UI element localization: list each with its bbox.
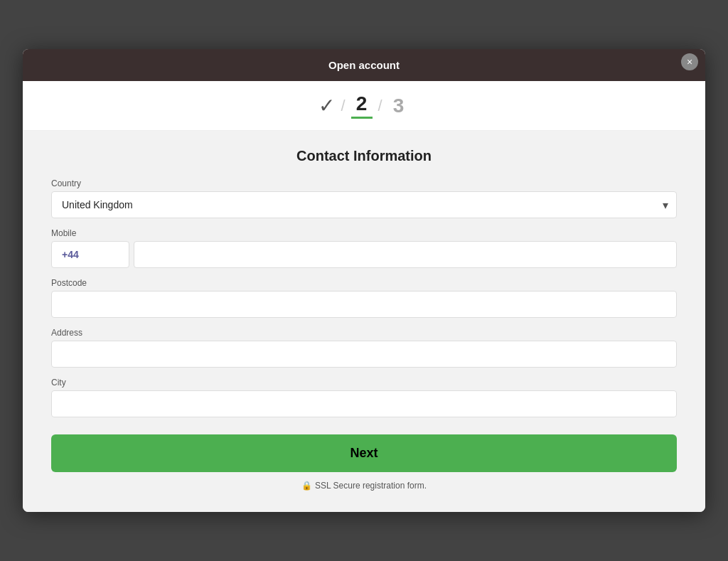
address-label: Address	[51, 328, 677, 338]
modal-title: Open account	[328, 59, 400, 71]
step-indicator: ✓ / 2 / 3	[23, 81, 705, 131]
address-input[interactable]	[51, 341, 677, 368]
postcode-group: Postcode	[51, 278, 677, 318]
postcode-input[interactable]	[51, 291, 677, 318]
step1-check: ✓	[318, 94, 335, 117]
city-group: City	[51, 378, 677, 417]
next-button[interactable]: Next	[51, 434, 677, 472]
mobile-number-input[interactable]	[134, 241, 677, 268]
mobile-code-input[interactable]	[51, 241, 129, 268]
open-account-modal: Open account × ✓ / 2 / 3 Contact Informa…	[23, 49, 705, 512]
address-group: Address	[51, 328, 677, 368]
form-title: Contact Information	[51, 148, 677, 164]
city-label: City	[51, 378, 677, 388]
ssl-text: SSL Secure registration form.	[315, 481, 427, 491]
postcode-label: Postcode	[51, 278, 677, 288]
country-select-wrapper: United Kingdom Ireland United States Aus…	[51, 191, 677, 218]
city-input[interactable]	[51, 390, 677, 417]
step-divider-2: /	[378, 97, 382, 115]
lock-icon: 🔒	[301, 481, 312, 491]
mobile-row	[51, 241, 677, 268]
form-body: Contact Information Country United Kingd…	[23, 131, 705, 512]
step2-number: 2	[351, 92, 373, 119]
step-divider-1: /	[341, 97, 345, 115]
modal-overlay: Open account × ✓ / 2 / 3 Contact Informa…	[0, 0, 728, 561]
mobile-group: Mobile	[51, 228, 677, 268]
country-select[interactable]: United Kingdom Ireland United States Aus…	[51, 191, 677, 218]
mobile-label: Mobile	[51, 228, 677, 238]
country-group: Country United Kingdom Ireland United St…	[51, 178, 677, 218]
close-button[interactable]: ×	[681, 53, 698, 70]
modal-header: Open account ×	[23, 49, 705, 81]
step3-number: 3	[388, 95, 410, 117]
country-label: Country	[51, 178, 677, 188]
ssl-notice: 🔒 SSL Secure registration form.	[51, 481, 677, 491]
